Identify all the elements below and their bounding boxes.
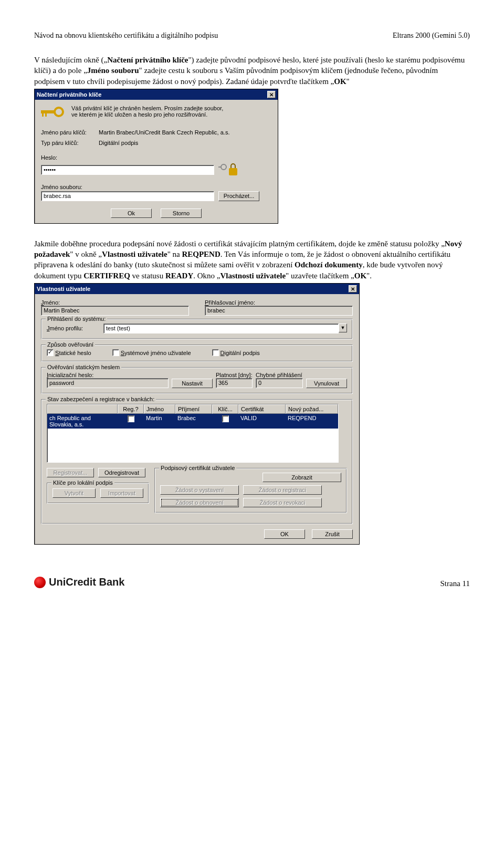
import-button: Importovat (100, 488, 143, 498)
login-input: brabec (205, 306, 353, 316)
label-init-password: Inicializační heslo: (47, 372, 169, 378)
unregister-button[interactable]: Odregistrovat (98, 468, 145, 477)
svg-rect-0 (41, 110, 56, 113)
unicredit-logo: UniCredit Bank (34, 576, 124, 588)
list-header: Reg.? Jméno Příjmení Klíč... Certifikát … (47, 404, 338, 414)
checkbox-system-username[interactable] (112, 349, 119, 356)
validity-input: 365 (216, 378, 253, 388)
ok-button[interactable]: Ok (111, 208, 152, 218)
svg-rect-3 (45, 113, 47, 117)
dialog1-info: Váš privátní klíč je chráněn heslem. Pro… (71, 105, 229, 122)
chevron-down-icon[interactable]: ▼ (339, 324, 347, 332)
key-icon (41, 105, 64, 122)
set-button[interactable]: Nastavit (172, 379, 213, 388)
row-reg-checkbox (128, 415, 134, 422)
logo-sphere-icon (34, 577, 46, 588)
svg-point-5 (221, 164, 226, 170)
label-name: Jméno: (41, 299, 189, 306)
group-banks: Stav zabezpečení a registrace v bankách:… (41, 399, 353, 524)
svg-rect-6 (218, 166, 222, 168)
group-auth-method: Způsob ověřování Statické heslo Systémov… (41, 345, 353, 362)
scrollbar[interactable] (339, 404, 347, 463)
register-button: Registrovat... (47, 468, 94, 477)
filename-input[interactable]: brabec.rsa (41, 191, 214, 201)
running-head-right: Eltrans 2000 (Gemini 5.0) (393, 32, 470, 40)
name-input: Martin Brabec (41, 306, 189, 316)
group-static-password: Ověřování statickým heslem Inicializační… (41, 367, 353, 394)
label-filename: Jméno souboru: (41, 184, 271, 190)
page-number: Strana 11 (440, 579, 470, 588)
label-profile: Jméno profilu: (47, 325, 99, 331)
close-icon[interactable]: ✕ (267, 91, 276, 98)
checkbox-static-password[interactable] (47, 349, 54, 356)
keys-lock-icon (218, 162, 239, 179)
paragraph-1: V následujícím okně („Načtení privátního… (34, 55, 470, 87)
browse-button[interactable]: Procházet... (218, 191, 259, 201)
issue-request-button: Žádost o vystavení (160, 485, 239, 495)
revoke-request-button: Žádost o revokaci (243, 498, 322, 507)
init-password-input: password (47, 378, 169, 388)
value-keypair-type: Digitální podpis (99, 140, 138, 146)
svg-rect-4 (229, 168, 237, 175)
dialog2-title: Vlastnosti uživatele (37, 286, 90, 292)
renew-request-button: Žádost o obnovení (160, 498, 239, 507)
group-local-keys: Klíče pro lokální podpis Vytvořit Import… (47, 483, 149, 504)
label-keypair-name: Jméno páru klíčů: (41, 129, 99, 135)
reset-button[interactable]: Vynulovat (306, 379, 347, 388)
checkbox-digital-signature[interactable] (212, 349, 219, 356)
dialog1-title: Načtení privátního klíče (37, 91, 101, 98)
label-bad-login: Chybné přihlášení (256, 372, 303, 378)
label-keypair-type: Typ páru klíčů: (41, 140, 99, 146)
dialog-user-properties: Vlastnosti uživatele ✕ Jméno: Martin Bra… (34, 283, 360, 545)
label-password: Heslo: (41, 154, 271, 161)
paragraph-2: Jakmile doběhne procedura podepsání nové… (34, 238, 470, 281)
password-input[interactable]: •••••• (41, 165, 214, 175)
value-keypair-name: Martin Brabec/UniCredit Bank Czech Repub… (99, 129, 229, 135)
group-system-login: Přihlášení do systému: Jméno profilu: te… (41, 319, 353, 339)
group-user-cert: Podpisový certifikát uživatele Zobrazit … (154, 468, 347, 513)
svg-point-1 (55, 108, 63, 116)
label-validity: Platnost [dny]: (216, 372, 253, 378)
create-button: Vytvořit (52, 488, 96, 498)
cancel-button[interactable]: Storno (161, 208, 202, 218)
cancel-button[interactable]: Zrušit (312, 529, 353, 539)
list-row[interactable]: ch Republic and Slovakia, a.s. Martin Br… (47, 414, 338, 429)
show-button[interactable]: Zobrazit (262, 473, 341, 482)
close-icon[interactable]: ✕ (349, 285, 357, 293)
registration-request-button: Žádost o registraci (243, 485, 322, 495)
bad-login-input: 0 (256, 378, 303, 388)
dialog-load-private-key: Načtení privátního klíče ✕ Váš privátní … (34, 89, 278, 224)
svg-rect-2 (42, 113, 44, 117)
banks-list[interactable]: Reg.? Jméno Příjmení Klíč... Certifikát … (47, 404, 339, 463)
ok-button[interactable]: OK (264, 529, 305, 539)
running-head-left: Návod na obnovu klientského certifikátu … (34, 32, 218, 40)
label-login: Přihlašovací jméno: (205, 299, 353, 306)
row-key-checkbox (222, 415, 229, 422)
profile-select[interactable]: test (test) (103, 324, 339, 333)
